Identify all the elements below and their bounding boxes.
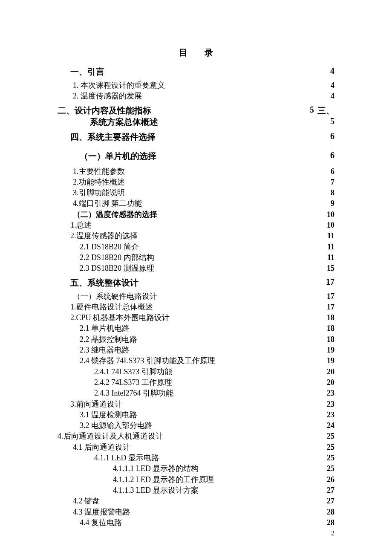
heading-text: 系统方案总体概述 <box>58 116 158 128</box>
heading-text: 五、系统整体设计 <box>58 277 138 289</box>
item-label: 4.1.1.2 LED 显示器的工作原理 <box>58 474 322 485</box>
item-label: 4.1.1.1 LED 显示器的结构 <box>58 463 322 474</box>
item-label: 2.1 单片机电路 <box>58 323 322 333</box>
item-label: 4.1 后向通道设计 <box>58 442 322 452</box>
toc-item: 1.主要性能参数 6 <box>58 166 334 176</box>
page-num-ref: 4 <box>322 91 334 101</box>
item-label: 2.1 DS18B20 简介 <box>58 242 322 252</box>
toc-item: 2.3 DS18B20 测温原理 15 <box>58 263 334 273</box>
heading-text: 四、系统主要器件选择 <box>58 131 156 143</box>
toc-item: 3.前向通道设计 23 <box>58 399 334 409</box>
toc-item: 2.4.1 74LS373 引脚功能 20 <box>58 367 334 377</box>
toc-item: 1.硬件电路设计总体概述 17 <box>58 302 334 312</box>
toc-item: 4.1.1.3 LED 显示设计方案 27 <box>58 485 334 495</box>
item-label: 4.端口引脚 第二功能 <box>58 198 322 208</box>
toc-item: 2.1 DS18B20 简介 11 <box>58 242 334 252</box>
toc-item: （一）系统硬件电路设计 17 <box>58 291 334 301</box>
item-label: 1.主要性能参数 <box>58 166 322 176</box>
toc-section-1: 一、引言 4 <box>58 66 334 78</box>
page-num-ref: 23 <box>322 388 334 398</box>
page-num-ref: 20 <box>322 377 334 387</box>
page-num-ref: 23 <box>322 410 334 420</box>
item-label: 3.1 温度检测电路 <box>58 410 322 420</box>
toc-item: 2.4.3 Intel2764 引脚功能 23 <box>58 388 334 398</box>
page-num-ref: 25 <box>322 431 334 441</box>
toc-item: 4.2 键盘 27 <box>58 496 334 506</box>
page-num-ref: 18 <box>322 334 334 344</box>
page-num-ref: 27 <box>322 496 334 506</box>
page-num-ref: 8 <box>322 188 334 198</box>
page-num-ref: 6 <box>322 166 334 176</box>
toc-item: 3.1 温度检测电路 23 <box>58 410 334 420</box>
page-num-ref: 11 <box>322 231 334 241</box>
page-num-ref: 18 <box>322 323 334 333</box>
page-num-ref: 25 <box>322 463 334 474</box>
heading-text: 二、设计内容及性能指标 <box>58 105 151 116</box>
page-num-ref: 10 <box>322 209 334 220</box>
item-label: 2.2 DS18B20 内部结构 <box>58 252 322 263</box>
item-label: 3.引脚功能说明 <box>58 188 322 198</box>
item-label: 2.4.2 74LS373 工作原理 <box>58 377 322 387</box>
page-num-ref: 20 <box>322 367 334 377</box>
page-num-ref: 19 <box>322 345 334 355</box>
page-num-ref: 11 <box>322 242 334 252</box>
page-num-ref: 17 <box>322 302 334 312</box>
toc-item: 2.温度传感器的选择 11 <box>58 231 334 241</box>
page-num-ref: 25 <box>322 442 334 452</box>
item-label: 1.总述 <box>58 220 322 230</box>
page-num-ref: 28 <box>322 507 334 517</box>
toc-item: 2.功能特性概述 7 <box>58 177 334 187</box>
page-num-ref: 27 <box>322 485 334 495</box>
page-num-ref: 11 <box>322 252 334 263</box>
toc-sub-4b: （二）温度传感器的选择 10 <box>58 209 334 220</box>
toc-item: 4.1.1.1 LED 显示器的结构 25 <box>58 463 334 474</box>
page-num-ref: 15 <box>322 263 334 273</box>
page-num-ref: 9 <box>322 198 334 208</box>
toc-item: 4.1 后向通道设计 25 <box>58 442 334 452</box>
page-num-ref: 6 <box>330 131 334 143</box>
item-label: 3.2 电源输入部分电路 <box>58 420 322 431</box>
heading-3-suffix: 三、 <box>317 105 334 116</box>
page-num-ref: 26 <box>322 474 334 485</box>
toc-item: 2.3 继电器电路 19 <box>58 345 334 355</box>
page-num-ref: 19 <box>322 356 334 366</box>
item-label: 4.2 键盘 <box>58 496 322 506</box>
toc-item: 4.端口引脚 第二功能 9 <box>58 198 334 208</box>
item-label: 2.3 继电器电路 <box>58 345 322 355</box>
item-label: 4.3 温度报警电路 <box>58 507 322 517</box>
toc-item: 4.3 温度报警电路 28 <box>58 507 334 517</box>
toc-item: 2.4 锁存器 74LS373 引脚功能及工作原理 19 <box>58 356 334 366</box>
toc-item: 2.4.2 74LS373 工作原理 20 <box>58 377 334 387</box>
page-num-ref: 23 <box>322 399 334 409</box>
toc-item: 4.1.1.2 LED 显示器的工作原理 26 <box>58 474 334 485</box>
item-label: 4.4 复位电路 <box>58 517 322 528</box>
page-num-ref: 10 <box>322 220 334 230</box>
toc-item: 3.2 电源输入部分电路 24 <box>58 420 334 431</box>
toc-item: 1. 本次课程设计的重要意义 4 <box>58 80 334 90</box>
toc-item: 2.2 DS18B20 内部结构 11 <box>58 252 334 263</box>
page-num-ref: 7 <box>322 177 334 187</box>
item-label: 2.4.1 74LS373 引脚功能 <box>58 367 322 377</box>
page-num-ref: 4 <box>330 66 334 78</box>
page-num-ref: 24 <box>322 420 334 431</box>
toc-item: 4.后向通道设计及人机通道设计 25 <box>58 431 334 441</box>
toc-section-2-3-wrap: 二、设计内容及性能指标 5 三、 <box>58 105 334 116</box>
item-label: 1.硬件电路设计总体概述 <box>58 302 322 312</box>
page-num-ref: 17 <box>322 291 334 301</box>
item-label: （二）温度传感器的选择 <box>58 209 322 220</box>
toc-item: 2.1 单片机电路 18 <box>58 323 334 333</box>
footer-page-number: 2 <box>331 529 334 537</box>
item-label: （一）单片机的选择 <box>58 150 156 162</box>
item-label: 4.1.1.3 LED 显示设计方案 <box>58 485 322 495</box>
item-label: 2.3 DS18B20 测温原理 <box>58 263 322 273</box>
page-num-ref: 18 <box>322 312 334 323</box>
item-label: 2.温度传感器的选择 <box>58 231 322 241</box>
item-label: （一）系统硬件电路设计 <box>58 291 322 301</box>
item-label: 2.功能特性概述 <box>58 177 322 187</box>
toc-title: 目录 <box>58 47 334 58</box>
toc-item: 1.总述 10 <box>58 220 334 230</box>
toc-item: 2. 温度传感器的发展 4 <box>58 91 334 101</box>
item-label: 3.前向通道设计 <box>58 399 322 409</box>
toc-sub-4a: （一）单片机的选择 6 <box>58 150 334 162</box>
page-num-ref: 5 <box>330 116 334 128</box>
